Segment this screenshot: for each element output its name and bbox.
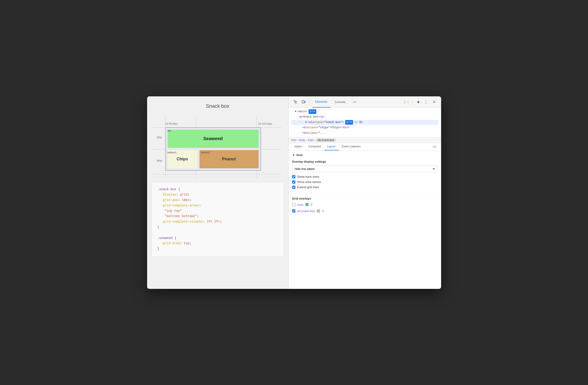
grid-section-header[interactable]: ▼ Grid — [292, 153, 438, 157]
breadcrumb-body[interactable]: body — [299, 139, 305, 142]
checkbox-extend-lines-label: Extend grid lines — [297, 185, 319, 189]
toolbar-right: ⚠ 1 ⋮ ✕ — [403, 99, 437, 105]
area-label-bottom2: bottom2 — [201, 151, 210, 154]
grid-section-arrow: ▼ — [292, 153, 295, 157]
overlay-snackbox-label: div.snack-box — [297, 209, 315, 213]
layout-content: ▼ Grid Overlay display settings Hide lin… — [289, 150, 441, 289]
overlay-snackbox-icon: ⌗ — [322, 209, 324, 213]
tab-elements[interactable]: Elements — [313, 96, 330, 108]
toolbar-separator — [310, 99, 310, 105]
sub-tabs: Styles Computed Layout Event Listeners >… — [289, 143, 441, 150]
overlay-snackbox-color[interactable] — [317, 209, 320, 213]
tab-more[interactable]: >> — [350, 96, 359, 108]
overlay-main-label: main — [297, 203, 304, 206]
grid-visual-wrapper: 1fr·96.66px 2fr·193.32px 80px 80px top b… — [165, 127, 272, 171]
overlay-row-snackbox: div.snack-box ⌗ — [292, 209, 438, 213]
svg-line-0 — [296, 103, 297, 104]
dom-line-chips[interactable]: <div class= "chips" > Chips </div> — [291, 125, 438, 130]
dom-line-p[interactable]: <p> Snack box </p> — [291, 114, 438, 120]
sub-tab-layout[interactable]: Layout — [324, 143, 339, 150]
extend-line-h3 — [152, 174, 281, 174]
left-panel: Snack box 1fr·96.66px 2fr·193.32px 80px … — [147, 96, 288, 289]
track-label-col2: 2fr·193.32px — [258, 122, 272, 125]
area-label-top: top — [168, 129, 171, 132]
close-icon[interactable]: ✕ — [431, 99, 438, 105]
sub-tab-computed[interactable]: Computed — [305, 143, 324, 150]
checkbox-area-names-label: Show area names — [297, 180, 321, 184]
checkbox-extend-lines[interactable] — [292, 186, 295, 189]
overlay-row-main: main ⌗ — [292, 203, 438, 207]
overlay-main-color[interactable] — [305, 203, 309, 206]
overlay-main-icon: ⌗ — [310, 203, 313, 207]
dom-line-peanut[interactable]: <div class= "... — [291, 130, 438, 136]
grid-overlays-section: Grid overlays main ⌗ div.snack-box ⌗ — [292, 197, 438, 213]
cell-seaweed: Seaweed — [168, 130, 259, 148]
dom-tree: ▼ <main> grid <p> Snack box </p> ··· ▼ <… — [289, 108, 441, 138]
checkbox-area-names[interactable] — [292, 180, 295, 184]
overlay-display-settings: Overlay display settings Hide line label… — [292, 160, 438, 189]
device-icon[interactable] — [300, 99, 307, 105]
track-label-col1: 1fr·96.66px — [165, 122, 178, 125]
inspect-icon[interactable] — [292, 99, 298, 105]
grid-section-label: Grid — [296, 153, 302, 157]
area-label-bottom1: bottom1 — [168, 151, 177, 154]
warning-badge: ⚠ 1 — [403, 100, 409, 104]
line-labels-dropdown[interactable]: Hide line labels Show line numbers Show … — [292, 166, 438, 172]
more-options-icon[interactable]: ⋮ — [423, 99, 429, 105]
svg-rect-1 — [302, 101, 304, 103]
sub-tab-more[interactable]: >> — [431, 144, 438, 150]
breadcrumb: html › body › main › div.snack-box — [289, 137, 441, 143]
warning-icon: ⚠ — [403, 100, 406, 104]
breadcrumb-main[interactable]: main — [308, 139, 314, 142]
code-panel: .snack-box { display: grid; grid-gap: 10… — [152, 182, 284, 257]
svg-rect-2 — [304, 101, 305, 103]
sub-tab-event-listeners[interactable]: Event Listeners — [339, 143, 364, 150]
checkbox-overlay-snackbox[interactable] — [292, 209, 295, 213]
checkbox-row-extend-lines: Extend grid lines — [292, 185, 438, 189]
breadcrumb-html[interactable]: html — [291, 139, 296, 142]
demo-title: Snack box — [152, 103, 284, 109]
checkbox-overlay-main[interactable] — [292, 203, 295, 206]
dom-line-div-snackbox[interactable]: ··· ▼ <div class= "snack-box" > grid == … — [291, 120, 438, 125]
track-label-row2: 80px — [157, 159, 163, 162]
sub-tab-styles[interactable]: Styles — [291, 143, 305, 150]
track-label-row1: 80px — [157, 136, 163, 139]
checkbox-row-area-names: Show area names — [292, 180, 438, 184]
checkbox-track-sizes[interactable] — [292, 175, 295, 178]
devtools-panel: Elements Console >> ⚠ 1 — [288, 96, 441, 289]
breadcrumb-div-snackbox[interactable]: div.snack-box — [316, 138, 336, 142]
browser-window: Snack box 1fr·96.66px 2fr·193.32px 80px … — [147, 96, 441, 289]
grid-demo: top bottom1 bottom2 Seaweed Chips Peanut — [165, 127, 261, 171]
code-snack-selector: .snack-box { — [157, 187, 278, 192]
settings-icon[interactable] — [415, 99, 421, 105]
divider — [292, 193, 438, 194]
devtools-toolbar: Elements Console >> ⚠ 1 — [289, 96, 441, 108]
overlay-settings-title: Overlay display settings — [292, 160, 438, 163]
tab-console[interactable]: Console — [332, 96, 348, 108]
checkbox-track-sizes-label: Show track sizes — [297, 175, 319, 178]
grid-overlays-title: Grid overlays — [292, 197, 438, 200]
dom-line-main[interactable]: ▼ <main> grid — [291, 109, 438, 115]
checkbox-row-track-sizes: Show track sizes — [292, 175, 438, 178]
